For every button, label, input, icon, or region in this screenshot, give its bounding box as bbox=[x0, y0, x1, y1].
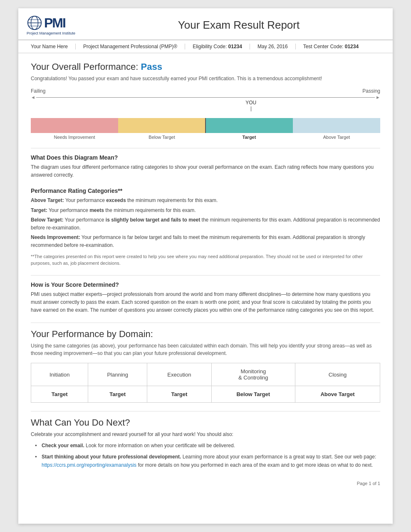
label-needs-improvement: Needs Improvement bbox=[31, 135, 118, 140]
overall-performance-section: Your Overall Performance: Pass Congratul… bbox=[31, 62, 380, 140]
header: PMI Project Management Institute Your Ex… bbox=[18, 8, 393, 40]
main-content: Your Overall Performance: Pass Congratul… bbox=[18, 53, 393, 477]
domain-result-row: Target Target Target Below Target Above … bbox=[31, 386, 380, 403]
rating-target: Target: Your performance meets the minim… bbox=[31, 207, 380, 214]
label-target: Target bbox=[206, 135, 293, 140]
eligibility-label: Eligibility Code: bbox=[193, 44, 227, 49]
score-body: PMI uses subject matter experts—project … bbox=[31, 291, 380, 315]
score-title: How is Your Score Determined? bbox=[31, 281, 380, 288]
rating-below-target: Below Target: Your performance is slight… bbox=[31, 216, 380, 232]
arrow-left-icon: ◄ bbox=[31, 95, 35, 100]
page-info: Page 1 of 1 bbox=[357, 481, 380, 486]
rating-section: Performance Rating Categories** Above Ta… bbox=[31, 187, 380, 266]
info-bar: Your Name Here Project Management Profes… bbox=[18, 40, 393, 53]
info-name: Your Name Here bbox=[31, 44, 76, 49]
overall-subtitle: Congratulations! You passed your exam an… bbox=[31, 75, 380, 82]
bar-above-target bbox=[293, 118, 380, 133]
domain-title: Your Performance by Domain: bbox=[31, 329, 380, 340]
you-tick bbox=[251, 106, 251, 111]
domain-subtitle: Using the same categories (as above), yo… bbox=[31, 342, 380, 357]
logo-text: PMI bbox=[44, 16, 65, 30]
pmi-link[interactable]: https://ccrs.pmi.org/reporting/examanaly… bbox=[42, 462, 136, 468]
diagram-body: The diagram uses four different performa… bbox=[31, 163, 380, 179]
label-below-target: Below Target bbox=[118, 135, 206, 140]
rating-above-target: Above Target: Your performance exceeds t… bbox=[31, 197, 380, 204]
logo-area: PMI Project Management Institute bbox=[27, 15, 97, 35]
domain-header-planning: Planning bbox=[88, 363, 147, 386]
pmi-globe-icon bbox=[27, 15, 42, 31]
divider-2 bbox=[31, 275, 380, 276]
logo-subtitle: Project Management Institute bbox=[27, 31, 75, 35]
divider-3 bbox=[31, 323, 380, 323]
arrow-right-icon: ► bbox=[376, 95, 380, 100]
domain-header-row: Initiation Planning Execution Monitoring… bbox=[31, 363, 380, 386]
you-label: YOU bbox=[245, 100, 256, 106]
bars-wrapper bbox=[31, 118, 380, 133]
next-item-email: Check your email. Look for more informat… bbox=[35, 442, 380, 450]
next-section: What Can You Do Next? Celebrate your acc… bbox=[31, 417, 380, 469]
test-center-label: Test Center Code: bbox=[303, 44, 344, 49]
test-center-code: 01234 bbox=[345, 44, 359, 49]
info-date: May 26, 2016 bbox=[250, 44, 296, 49]
info-eligibility: Eligibility Code: 01234 bbox=[185, 44, 250, 49]
diagram-title: What Does this Diagram Mean? bbox=[31, 154, 380, 161]
rating-title: Performance Rating Categories** bbox=[31, 187, 380, 194]
performance-chart: Failing Passing ◄ ► YOU bbox=[31, 88, 380, 140]
domain-table: Initiation Planning Execution Monitoring… bbox=[31, 363, 380, 403]
rating-footnote: **The categories presented on this repor… bbox=[31, 253, 380, 267]
next-item-email-text: Look for more information on when your c… bbox=[86, 443, 235, 448]
next-item-development-text: Learning more about your exam performanc… bbox=[183, 454, 376, 460]
next-item-development-bold: Start thinking about your future profess… bbox=[42, 454, 181, 460]
next-item-link-after: for more details on how you performed in… bbox=[138, 462, 373, 468]
label-above-target: Above Target bbox=[293, 135, 380, 140]
domain-result-execution: Target bbox=[147, 386, 212, 403]
info-test-center: Test Center Code: 01234 bbox=[296, 44, 366, 49]
arrow-line-inner bbox=[36, 97, 375, 98]
domain-header-monitoring: Monitoring& Controling bbox=[211, 363, 295, 386]
eligibility-code: 01234 bbox=[228, 44, 242, 49]
chart-bottom-labels: Needs Improvement Below Target Target Ab… bbox=[31, 135, 380, 140]
you-container: YOU bbox=[31, 100, 380, 118]
logo-box: PMI bbox=[27, 15, 65, 31]
domain-header-execution: Execution bbox=[147, 363, 212, 386]
bar-needs-improvement bbox=[31, 118, 118, 133]
report-title: Your Exam Result Report bbox=[97, 19, 380, 32]
bar-target bbox=[206, 118, 293, 133]
info-certification: Project Management Professional (PMP)® bbox=[76, 44, 185, 49]
page: PMI Project Management Institute Your Ex… bbox=[18, 8, 393, 524]
divider-1 bbox=[31, 148, 380, 148]
chart-top-labels: Failing Passing bbox=[31, 88, 380, 94]
page-footer: Page 1 of 1 bbox=[18, 477, 393, 492]
next-subtitle: Celebrate your accomplishment and reward… bbox=[31, 431, 380, 438]
domain-result-monitoring: Below Target bbox=[211, 386, 295, 403]
next-item-email-bold: Check your email. bbox=[42, 443, 84, 448]
passing-label: Passing bbox=[362, 88, 380, 94]
rating-needs-improvement: Needs Improvement: Your performance is f… bbox=[31, 234, 380, 249]
pass-result: Pass bbox=[141, 62, 162, 72]
failing-label: Failing bbox=[31, 88, 45, 94]
chart-mid-divider bbox=[205, 118, 206, 133]
domain-header-closing: Closing bbox=[295, 363, 380, 386]
domain-result-planning: Target bbox=[88, 386, 147, 403]
domain-result-initiation: Target bbox=[31, 386, 88, 403]
domain-header-initiation: Initiation bbox=[31, 363, 88, 386]
you-marker-area: YOU bbox=[245, 100, 256, 111]
chart-arrow-line: ◄ ► bbox=[31, 95, 380, 100]
divider-4 bbox=[31, 411, 380, 411]
next-bullet-list: Check your email. Look for more informat… bbox=[35, 442, 380, 469]
domain-result-closing: Above Target bbox=[295, 386, 380, 403]
overall-performance-title: Your Overall Performance: Pass bbox=[31, 62, 380, 72]
diagram-section: What Does this Diagram Mean? The diagram… bbox=[31, 154, 380, 179]
next-title: What Can You Do Next? bbox=[31, 417, 380, 428]
bar-below-target bbox=[118, 118, 206, 133]
score-section: How is Your Score Determined? PMI uses s… bbox=[31, 281, 380, 315]
domain-section: Your Performance by Domain: Using the sa… bbox=[31, 329, 380, 403]
next-item-development: Start thinking about your future profess… bbox=[35, 453, 380, 469]
